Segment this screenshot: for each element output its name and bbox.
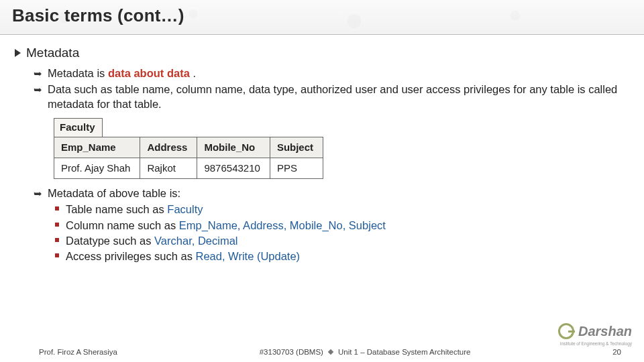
footer-page-number: 20 — [612, 348, 621, 356]
def-suffix: . — [190, 67, 196, 79]
footer-author: Prof. Firoz A Sherasiya — [39, 348, 117, 356]
logo-subtext: Institute of Engineering & Technology — [560, 341, 632, 346]
arrow-bullet-icon: ➥ — [34, 67, 42, 80]
heading-metadata: Metadata — [15, 44, 629, 62]
sub-bullet-table-name: Table name such as Faculty — [55, 202, 629, 217]
heading-text: Metadata — [26, 44, 79, 62]
bullet-definition: ➥ Metadata is data about data . — [34, 66, 629, 80]
bullet-metadata-of: ➥ Metadata of above table is: — [34, 186, 629, 200]
col-subject: Subject — [270, 137, 323, 158]
sub-bullet-column-name: Column name such as Emp_Name, Address, M… — [55, 218, 629, 233]
footer-course-code: #3130703 (DBMS) — [260, 348, 323, 356]
def-bold: data about data — [108, 67, 190, 79]
diamond-separator-icon — [328, 349, 333, 355]
bullet-definition-text: Metadata is data about data . — [48, 66, 629, 80]
arrow-bullet-icon: ➥ — [34, 83, 42, 112]
institute-logo: Darshan Institute of Engineering & Techn… — [558, 323, 632, 339]
triangle-bullet-icon — [15, 49, 21, 57]
sub-text: Column name such as Emp_Name, Address, M… — [66, 218, 386, 233]
sub-text: Access privileges such as Read, Write (U… — [66, 249, 300, 263]
arrow-bullet-icon: ➥ — [34, 187, 42, 200]
footer-unit: Unit 1 – Database System Architecture — [338, 348, 471, 356]
col-mobile: Mobile_No — [197, 137, 270, 158]
col-emp-name: Emp_Name — [54, 137, 140, 158]
square-bullet-icon — [55, 238, 59, 242]
sub-text: Table name such as Faculty — [66, 202, 203, 217]
col-address: Address — [140, 137, 197, 158]
bullet-explanation: ➥ Data such as table name, column name, … — [34, 82, 629, 112]
footer-center: #3130703 (DBMS) Unit 1 – Database System… — [260, 348, 471, 356]
bullet-explanation-text: Data such as table name, column name, da… — [48, 82, 629, 112]
example-table: Faculty Emp_Name Address Mobile_No Subje… — [54, 118, 629, 179]
slide-footer: Prof. Firoz A Sherasiya #3130703 (DBMS) … — [0, 342, 644, 362]
title-bar: Basic terms (cont…) — [0, 0, 644, 35]
def-prefix: Metadata is — [48, 67, 108, 79]
cell-mobile: 9876543210 — [197, 158, 270, 178]
sub-text: Datatype such as Varchar, Decimal — [66, 233, 237, 248]
logo-text: Darshan — [578, 324, 632, 339]
slide-body: Metadata ➥ Metadata is data about data .… — [0, 35, 644, 342]
sub-bullet-datatype: Datatype such as Varchar, Decimal — [55, 233, 629, 248]
table-header-row: Emp_Name Address Mobile_No Subject — [54, 137, 323, 158]
table-name-cell: Faculty — [54, 118, 103, 136]
slide: Basic terms (cont…) Metadata ➥ Metadata … — [0, 0, 644, 362]
cell-address: Rajkot — [140, 158, 197, 178]
table-row: Prof. Ajay Shah Rajkot 9876543210 PPS — [54, 158, 323, 178]
slide-title: Basic terms (cont…) — [12, 5, 632, 26]
cell-subject: PPS — [270, 158, 323, 178]
square-bullet-icon — [55, 206, 59, 210]
faculty-table: Emp_Name Address Mobile_No Subject Prof.… — [54, 137, 323, 180]
square-bullet-icon — [55, 253, 59, 257]
bullet-metadata-of-text: Metadata of above table is: — [48, 186, 629, 200]
cell-emp-name: Prof. Ajay Shah — [54, 158, 140, 178]
square-bullet-icon — [55, 223, 59, 227]
logo-mark-icon — [558, 323, 574, 339]
sub-bullet-access: Access privileges such as Read, Write (U… — [55, 249, 629, 263]
